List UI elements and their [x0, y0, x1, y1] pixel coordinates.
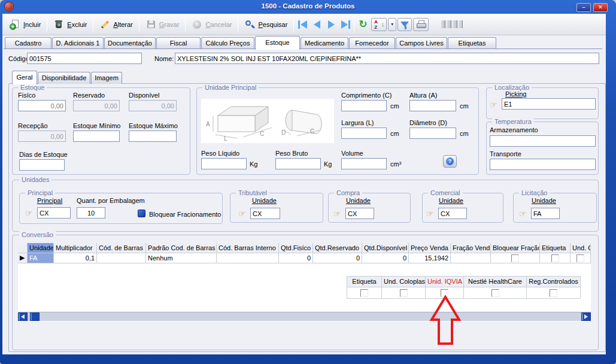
col-header-und-c[interactable]: Und. C	[571, 243, 591, 253]
tab-calculo-precos[interactable]: Cálculo Preços	[201, 37, 254, 49]
col-header-unidade[interactable]: Unidade	[28, 243, 54, 253]
principal-unidade-input[interactable]	[37, 207, 71, 219]
estoque-maximo-input[interactable]	[129, 131, 177, 142]
codigo-input[interactable]	[27, 53, 142, 64]
cell-fracao-vend[interactable]	[451, 253, 491, 263]
principal-link[interactable]: Principal	[37, 197, 62, 204]
tab-estoque[interactable]: Estoque	[255, 36, 300, 50]
etiqueta-checkbox[interactable]	[551, 254, 559, 262]
incluir-button[interactable]: + Incluir	[5, 16, 45, 33]
tab-documentacao[interactable]: Documentação	[104, 37, 156, 49]
cell-qtd-fisico[interactable]: 0	[279, 253, 313, 263]
compra-unidade-link[interactable]: Unidade	[346, 197, 371, 204]
scroll-left-button[interactable]	[18, 313, 28, 321]
col-header-cod-barras[interactable]: Cód. de Barras	[97, 243, 146, 253]
tab-cadastro[interactable]: Cadastro	[5, 37, 51, 49]
fisico-input[interactable]	[18, 100, 66, 111]
cell-multiplicador[interactable]: 0,1	[54, 253, 97, 263]
und-c-checkbox[interactable]	[576, 254, 584, 262]
tributavel-hand-icon[interactable]: ☞	[238, 210, 246, 218]
armazenamento-input[interactable]	[490, 135, 596, 147]
scroll-right-button[interactable]	[581, 313, 591, 321]
flag-etiqueta-checkbox[interactable]	[360, 289, 368, 297]
licitacao-unidade-link[interactable]: Unidade	[532, 197, 556, 204]
tab-etiquetas[interactable]: Etiquetas	[448, 37, 496, 49]
cell-padrao[interactable]: Nenhum	[146, 253, 217, 263]
excluir-button[interactable]: Excluir	[48, 16, 92, 33]
transporte-input[interactable]	[490, 159, 596, 170]
bloquear-fracionamento-checkbox[interactable]	[138, 210, 145, 217]
principal-hand-icon[interactable]: ☞	[25, 209, 33, 217]
volume-input[interactable]	[341, 158, 387, 169]
col-header-fracao-vend[interactable]: Fração Vend.	[451, 243, 491, 253]
licitacao-hand-icon[interactable]: ☞	[519, 210, 527, 218]
cancelar-button[interactable]: ✕ Cancelar	[187, 16, 236, 33]
compra-hand-icon[interactable]: ☞	[333, 210, 341, 218]
close-button[interactable]: ✕	[593, 3, 608, 12]
col-header-qtd-fisico[interactable]: Qtd.Fisíco	[279, 243, 313, 253]
gravar-button[interactable]: Gravar	[141, 16, 184, 33]
bloquear-fracao-checkbox[interactable]	[511, 254, 519, 262]
col-header-bloquear-fracao[interactable]: Bloquear Fração	[491, 243, 540, 253]
horizontal-scrollbar[interactable]	[18, 312, 591, 321]
cell-cod-barras[interactable]	[97, 253, 146, 263]
first-record-button[interactable]	[295, 17, 309, 32]
picking-hand-icon[interactable]: ☞	[490, 101, 497, 109]
tributavel-unidade-link[interactable]: Unidade	[252, 197, 277, 204]
compra-unidade-input[interactable]	[345, 208, 374, 219]
flag-nestle-healthcare-checkbox[interactable]	[491, 289, 499, 297]
peso-liquido-input[interactable]	[201, 158, 247, 169]
tab-campos-livres[interactable]: Campos Livres	[396, 37, 447, 49]
help-button[interactable]: ?	[443, 155, 457, 168]
estoque-minimo-input[interactable]	[73, 131, 120, 142]
print-button[interactable]	[413, 18, 429, 31]
flag-reg-controlados-checkbox[interactable]	[550, 289, 557, 297]
tab-fiscal[interactable]: Fiscal	[156, 37, 201, 49]
licitacao-unidade-input[interactable]	[531, 208, 560, 219]
pesquisar-button[interactable]: Pesquisar	[239, 16, 292, 33]
cell-qtd-disponivel[interactable]: 0	[362, 253, 409, 263]
col-header-barras-interno[interactable]: Cód. Barras Interno	[217, 243, 279, 253]
comercial-unidade-link[interactable]: Unidade	[439, 197, 463, 204]
comprimento-input[interactable]	[341, 100, 387, 111]
alterar-button[interactable]: Alterar	[95, 16, 137, 33]
cell-preco-venda[interactable]: 15,1942	[409, 253, 451, 263]
next-record-button[interactable]	[324, 17, 338, 32]
col-header-padrao[interactable]: Padrão Cod. de Barras	[146, 243, 217, 253]
previous-record-button[interactable]	[309, 17, 324, 32]
subtab-disponibilidade[interactable]: Disponibilidade	[38, 72, 90, 84]
picking-link[interactable]: Picking	[505, 90, 526, 98]
minimize-button[interactable]: –	[576, 3, 591, 12]
scrollbar-thumb[interactable]	[30, 313, 40, 321]
subtab-geral[interactable]: Geral	[12, 71, 37, 84]
diametro-input[interactable]	[409, 128, 456, 139]
tab-medicamento[interactable]: Medicamento	[301, 37, 348, 49]
col-header-qtd-disponivel[interactable]: Qtd.Disponível	[362, 243, 409, 253]
cell-barras-interno[interactable]	[217, 253, 279, 263]
tributavel-unidade-input[interactable]	[250, 208, 280, 219]
dias-estoque-input[interactable]	[19, 159, 65, 171]
subtab-imagem[interactable]: Imagem	[91, 72, 122, 84]
nome-input[interactable]	[175, 53, 599, 64]
largura-input[interactable]	[341, 128, 387, 139]
filter-button[interactable]	[397, 18, 412, 31]
col-header-preco-venda[interactable]: Preço Venda	[409, 243, 451, 253]
peso-bruto-input[interactable]	[275, 158, 321, 169]
last-record-button[interactable]	[338, 17, 353, 32]
col-header-etiqueta[interactable]: Etiqueta	[540, 243, 571, 253]
tab-d-adicionais-1[interactable]: D. Adicionais 1	[52, 37, 104, 49]
refresh-button[interactable]: ↻	[356, 17, 370, 32]
cell-unidade[interactable]: FA	[28, 253, 54, 263]
cell-qtd-reservado[interactable]: 0	[313, 253, 362, 263]
picking-input[interactable]	[502, 98, 596, 110]
flag-und-coloplast-checkbox[interactable]	[400, 289, 408, 297]
col-header-multiplicador[interactable]: Multiplicador	[54, 243, 97, 253]
tab-fornecedor[interactable]: Fornecedor	[349, 37, 395, 49]
comercial-hand-icon[interactable]: ☞	[426, 210, 434, 218]
altura-input[interactable]	[409, 100, 456, 111]
col-header-qtd-reservado[interactable]: Qtd.Reservado	[313, 243, 362, 253]
sort-az-button[interactable]: A Z ↓	[371, 18, 387, 31]
comercial-unidade-input[interactable]	[438, 208, 467, 219]
sort-options-dropdown[interactable]: ▾	[388, 18, 396, 31]
grid-data-row[interactable]: ▶ FA 0,1 Nenhum 0 0 0 15,1942	[18, 253, 591, 263]
